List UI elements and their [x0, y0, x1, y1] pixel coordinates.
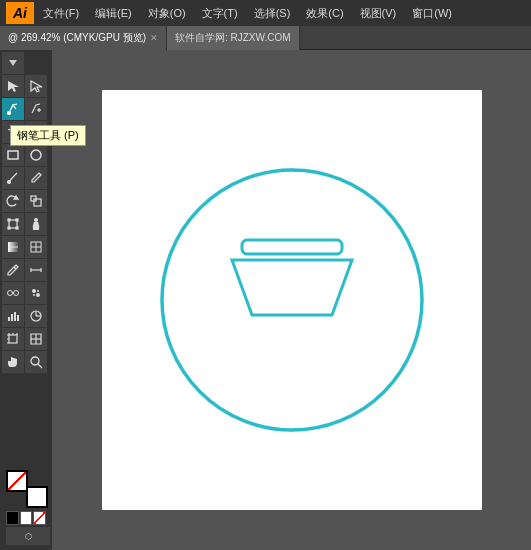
svg-rect-17 [8, 227, 10, 229]
svg-point-35 [33, 294, 35, 296]
svg-line-53 [38, 364, 42, 368]
svg-point-54 [162, 170, 422, 430]
svg-rect-16 [16, 219, 18, 221]
svg-line-25 [14, 267, 16, 269]
hand-tool[interactable] [2, 351, 24, 373]
tab-secondary-label: 软件自学网: RJZXW.COM [175, 31, 291, 45]
symbol-tools-row [2, 282, 50, 304]
tab-close-btn[interactable]: ✕ [150, 33, 158, 43]
mini-color-row [4, 510, 48, 526]
svg-rect-15 [8, 219, 10, 221]
app-logo: Ai [6, 2, 34, 24]
menu-edit[interactable]: 编辑(E) [92, 4, 135, 23]
mesh-tool[interactable] [25, 236, 47, 258]
blend-tool[interactable] [2, 282, 24, 304]
add-anchor-tool[interactable] [25, 98, 47, 120]
svg-point-52 [31, 357, 39, 365]
paintbrush-tool[interactable] [2, 167, 24, 189]
svg-rect-36 [8, 317, 10, 321]
title-bar: Ai 文件(F) 编辑(E) 对象(O) 文字(T) 选择(S) 效果(C) 视… [0, 0, 531, 26]
brush-tools-row [2, 167, 50, 189]
color-box-area [4, 470, 50, 508]
svg-rect-39 [17, 315, 19, 321]
none-swatch[interactable] [33, 511, 46, 525]
zoom-tool[interactable] [25, 351, 47, 373]
svg-marker-0 [9, 60, 17, 66]
black-swatch[interactable] [6, 511, 19, 525]
svg-rect-38 [14, 312, 16, 321]
canvas-area[interactable] [52, 50, 531, 550]
svg-rect-37 [11, 314, 13, 321]
menu-object[interactable]: 对象(O) [145, 4, 189, 23]
menu-view[interactable]: 视图(V) [357, 4, 400, 23]
tab-active[interactable]: @ 269.42% (CMYK/GPU 预览) ✕ [0, 26, 167, 50]
svg-point-9 [31, 150, 41, 160]
measure-tool[interactable] [25, 259, 47, 281]
svg-point-29 [8, 291, 13, 296]
svg-point-3 [8, 112, 11, 115]
svg-rect-8 [8, 151, 18, 159]
tab-active-label: @ 269.42% (CMYK/GPU 预览) [8, 31, 146, 45]
draw-mode-btn[interactable]: ⬡ [6, 527, 50, 545]
free-transform-tool[interactable] [2, 213, 24, 235]
main-layout: T [0, 50, 531, 550]
selection-tool[interactable] [2, 75, 24, 97]
toolbar-top [2, 52, 50, 74]
puppet-warp-tool[interactable] [25, 213, 47, 235]
mode-row: ⬡ [4, 526, 48, 546]
pen-tools-row [2, 98, 50, 120]
svg-marker-1 [8, 81, 19, 92]
menu-select[interactable]: 选择(S) [251, 4, 294, 23]
svg-rect-55 [242, 240, 342, 254]
ellipse-tool[interactable] [25, 144, 47, 166]
svg-marker-2 [31, 81, 42, 92]
shape-tools-row [2, 144, 50, 166]
sample-tools-row [2, 259, 50, 281]
rectangle-tool[interactable] [2, 144, 24, 166]
svg-rect-12 [34, 199, 41, 206]
menu-effect[interactable]: 效果(C) [303, 4, 346, 23]
menu-file[interactable]: 文件(F) [40, 4, 82, 23]
artboard-tool[interactable] [2, 328, 24, 350]
svg-point-33 [36, 293, 40, 297]
fill-color-box[interactable] [6, 470, 28, 492]
pen-tool-tooltip: 钢笔工具 (P) [10, 125, 86, 146]
rotate-tool[interactable] [2, 190, 24, 212]
color-section: ⬡ [2, 466, 50, 548]
stroke-color-box[interactable] [26, 486, 48, 508]
menu-window[interactable]: 窗口(W) [409, 4, 455, 23]
select-tools-row [2, 75, 50, 97]
slice-tool[interactable] [25, 328, 47, 350]
gradient-tool[interactable] [2, 236, 24, 258]
svg-rect-18 [16, 227, 18, 229]
artboard [102, 90, 482, 510]
artwork-svg [132, 140, 452, 460]
svg-point-32 [32, 289, 36, 293]
svg-point-30 [14, 291, 19, 296]
svg-point-34 [37, 290, 39, 292]
pen-tool[interactable] [2, 98, 24, 120]
tab-secondary[interactable]: 软件自学网: RJZXW.COM [167, 26, 300, 50]
svg-rect-43 [9, 335, 17, 343]
pie-graph-tool[interactable] [25, 305, 47, 327]
transform-tools-row [2, 190, 50, 212]
direct-select-tool[interactable] [25, 75, 47, 97]
graph-tools-row [2, 305, 50, 327]
artboard-tools-row [2, 328, 50, 350]
pencil-tool[interactable] [25, 167, 47, 189]
toolbar-collapse[interactable] [2, 52, 24, 74]
fill-tools-row [2, 236, 50, 258]
navigate-tools-row [2, 351, 50, 373]
column-graph-tool[interactable] [2, 305, 24, 327]
scale-tool[interactable] [25, 190, 47, 212]
tab-bar: @ 269.42% (CMYK/GPU 预览) ✕ 软件自学网: RJZXW.C… [0, 26, 531, 50]
symbol-tool[interactable] [25, 282, 47, 304]
menu-bar[interactable]: 文件(F) 编辑(E) 对象(O) 文字(T) 选择(S) 效果(C) 视图(V… [40, 4, 455, 23]
menu-type[interactable]: 文字(T) [199, 4, 241, 23]
white-swatch[interactable] [20, 511, 33, 525]
svg-point-10 [8, 181, 11, 184]
svg-point-19 [34, 218, 38, 222]
eyedropper-tool[interactable] [2, 259, 24, 281]
special-transform-row [2, 213, 50, 235]
